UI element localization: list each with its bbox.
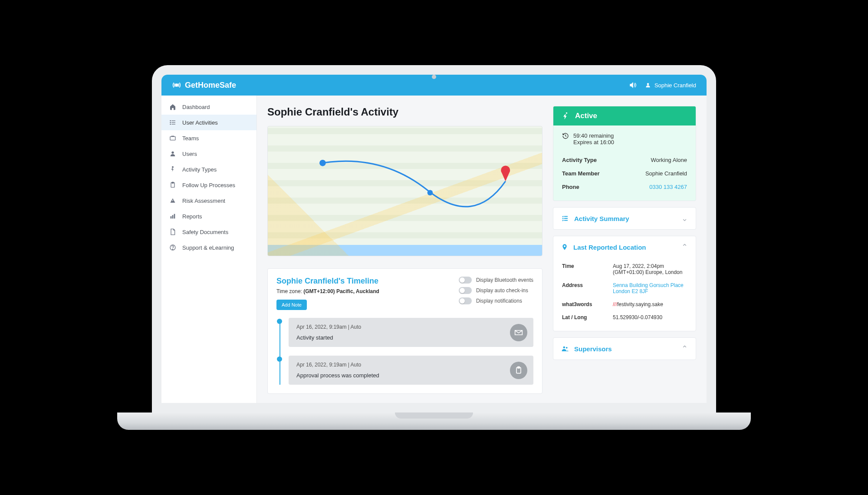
toggle-checkins[interactable] [459, 287, 472, 294]
activity-map[interactable] [267, 126, 542, 256]
toggle-bluetooth[interactable] [459, 277, 472, 284]
sidebar-item-support[interactable]: Support & eLearning [161, 240, 256, 255]
sidebar-item-label: Activity Types [182, 166, 217, 173]
location-panel: Last Reported Location ⌃ Time Aug 17, 20… [553, 236, 696, 331]
location-time: Time Aug 17, 2022, 2:04pm (GMT+01:00) Eu… [562, 260, 687, 279]
sidebar-item-user-activities[interactable]: User Activities [161, 115, 256, 130]
svg-rect-21 [518, 366, 520, 368]
sidebar-item-followup[interactable]: Follow Up Processes [161, 177, 256, 193]
laptop-base [117, 412, 751, 430]
user-icon [645, 82, 651, 88]
svg-point-23 [563, 346, 566, 349]
timeline-item: Apr 16, 2022, 9:19am | Auto Approval pro… [289, 356, 533, 385]
svg-point-24 [566, 347, 568, 349]
svg-point-19 [427, 190, 433, 195]
status-activity-type: Activity Type Working Alone [562, 153, 687, 167]
timeline-meta: Apr 16, 2022, 9:19am | Auto [296, 362, 526, 368]
toggle-bluetooth-label: Display Bluetooth events [476, 277, 533, 283]
sidebar: Dashboard User Activities Teams Users [161, 96, 257, 403]
user-icon [169, 150, 176, 157]
svg-rect-14 [172, 215, 174, 218]
sidebar-item-label: Dashboard [182, 104, 210, 110]
volume-icon[interactable] [629, 82, 636, 89]
activity-summary-header[interactable]: Activity Summary ⌄ [553, 208, 696, 229]
svg-point-6 [170, 122, 171, 122]
sidebar-item-label: Risk Assessment [182, 198, 225, 204]
brand-name: GetHomeSafe [185, 81, 236, 90]
mail-icon [510, 324, 527, 341]
activity-summary-panel: Activity Summary ⌄ [553, 207, 696, 230]
toggle-notifications-label: Display notifications [476, 298, 522, 304]
timeline-panel: Sophie Cranfield's Timeline Time zone: (… [267, 268, 542, 394]
brand[interactable]: GetHomeSafe [172, 80, 236, 90]
address-link[interactable]: Senna Building Gorsuch Place London E2 8… [613, 282, 687, 294]
clipboard-icon [510, 362, 527, 379]
clipboard-icon [169, 182, 176, 188]
status-phone: Phone 0330 133 4267 [562, 180, 687, 194]
svg-point-10 [172, 166, 174, 168]
help-icon [169, 244, 176, 251]
timeline-timezone: Time zone: (GMT+12:00) Pacific, Auckland [276, 288, 379, 294]
sidebar-item-label: Support & eLearning [182, 244, 234, 251]
svg-point-17 [172, 249, 173, 249]
user-menu[interactable]: Sophie Cranfield [645, 82, 696, 89]
location-w3w: what3words ///festivity.saying.sake [562, 298, 687, 311]
checklist-icon [561, 214, 569, 222]
toggle-checkins-label: Display auto check-ins [476, 287, 528, 294]
section-title-text: Supervisors [574, 345, 612, 353]
sidebar-item-safety-docs[interactable]: Safety Documents [161, 224, 256, 240]
svg-point-7 [170, 124, 171, 124]
supervisors-header[interactable]: Supervisors ⌃ [553, 338, 696, 360]
svg-point-9 [171, 152, 174, 154]
svg-rect-8 [170, 137, 175, 140]
status-card: Active 59:40 remaining Expires at 16:00 [553, 106, 696, 201]
group-icon [561, 345, 569, 353]
home-icon [169, 103, 176, 110]
svg-rect-12 [172, 182, 174, 183]
add-note-button[interactable]: Add Note [276, 300, 307, 310]
pin-icon [561, 244, 568, 251]
location-address: Address Senna Building Gorsuch Place Lon… [562, 279, 687, 298]
supervisors-panel: Supervisors ⌃ [553, 337, 696, 360]
sidebar-item-teams[interactable]: Teams [161, 130, 256, 146]
timeline-item: Apr 16, 2022, 9:19am | Auto Activity sta… [289, 318, 533, 347]
timeline-dot [277, 356, 282, 362]
phone-link[interactable]: 0330 133 4267 [649, 184, 687, 190]
sidebar-item-label: Reports [182, 213, 202, 220]
document-icon [169, 228, 176, 235]
brand-icon [172, 80, 181, 90]
location-header[interactable]: Last Reported Location ⌃ [553, 236, 696, 258]
svg-point-5 [170, 120, 171, 121]
svg-rect-15 [174, 214, 175, 219]
status-remaining: 59:40 remaining Expires at 16:00 [562, 132, 687, 145]
sidebar-item-label: Teams [182, 135, 199, 142]
warning-icon [169, 197, 176, 204]
timeline-card[interactable]: Apr 16, 2022, 9:19am | Auto Approval pro… [289, 356, 533, 385]
timeline-text: Approval process was completed [296, 372, 526, 379]
timeline-meta: Apr 16, 2022, 9:19am | Auto [296, 324, 526, 330]
timeline-dot [277, 319, 282, 324]
svg-point-22 [566, 112, 567, 114]
sidebar-item-label: Safety Documents [182, 229, 228, 235]
timeline-text: Activity started [296, 334, 526, 341]
toggle-notifications[interactable] [459, 297, 472, 304]
section-title-text: Activity Summary [574, 215, 629, 222]
sidebar-item-risk[interactable]: Risk Assessment [161, 193, 256, 208]
sidebar-item-label: Users [182, 151, 197, 157]
sidebar-item-users[interactable]: Users [161, 146, 256, 162]
sidebar-item-label: Follow Up Processes [182, 182, 235, 188]
svg-point-0 [175, 84, 178, 86]
section-title-text: Last Reported Location [573, 244, 646, 251]
list-icon [169, 119, 176, 126]
user-name: Sophie Cranfield [654, 82, 696, 89]
timeline-title: Sophie Cranfield's Timeline [276, 277, 379, 286]
history-icon [562, 132, 569, 139]
sidebar-item-activity-types[interactable]: Activity Types [161, 162, 256, 177]
status-team-member: Team Member Sophie Cranfield [562, 167, 687, 180]
timeline-card[interactable]: Apr 16, 2022, 9:19am | Auto Activity sta… [289, 318, 533, 347]
status-label: Active [575, 112, 597, 120]
sidebar-item-dashboard[interactable]: Dashboard [161, 99, 256, 115]
svg-rect-13 [171, 216, 172, 218]
sidebar-item-reports[interactable]: Reports [161, 208, 256, 224]
laptop-camera [432, 75, 436, 79]
